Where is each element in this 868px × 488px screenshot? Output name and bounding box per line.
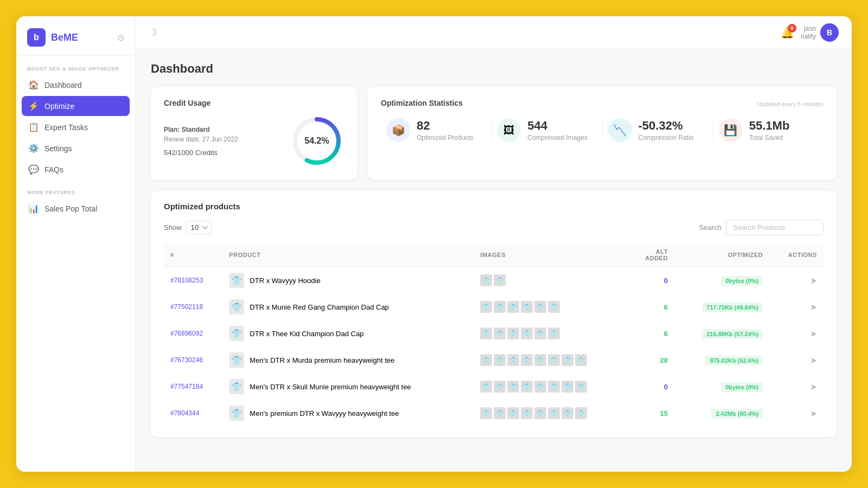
table-card-title: Optimized products	[164, 202, 824, 211]
user-avatar: B	[820, 23, 839, 42]
stat-text-saved: 55.1Mb Total Saved	[749, 119, 790, 142]
cell-images: 👕👕👕👕👕👕	[474, 294, 628, 320]
stat-label-products: Optimized Products	[417, 134, 474, 142]
image-thumb: 👕	[480, 328, 492, 339]
image-thumb: 👕	[575, 381, 587, 393]
image-thumb: 👕	[561, 407, 573, 419]
stats-card-title: Optimization Statistics	[381, 99, 463, 107]
table-header-row: # PRODUCT IMAGES ALTADDED OPTIMIZED ACTI…	[164, 243, 824, 267]
sidebar: b BeME ⊙ BOOST SEO & IMAGE OPTIMIZER 🏠 D…	[16, 16, 136, 472]
products-table: # PRODUCT IMAGES ALTADDED OPTIMIZED ACTI…	[164, 243, 824, 426]
cell-product: 👕 Men's DTR x Skull Munie premium heavyw…	[222, 374, 474, 400]
product-name: Men's DTR x Skull Munie premium heavywei…	[250, 383, 411, 391]
image-thumb: 👕	[480, 274, 492, 286]
cell-optimized: 2.42Mb (60.4%)	[674, 400, 769, 427]
stats-updated-label: Updated every 5 minutes	[757, 101, 824, 107]
image-thumb: 👕	[534, 381, 546, 393]
cell-actions[interactable]: ➤	[769, 294, 824, 320]
sidebar-item-label-optimize: Optimize	[44, 102, 74, 111]
images-list: 👕👕👕👕👕👕👕👕	[480, 354, 622, 366]
notifications-bell[interactable]: 🔔 0	[781, 26, 794, 39]
outer-frame: b BeME ⊙ BOOST SEO & IMAGE OPTIMIZER 🏠 D…	[0, 0, 868, 488]
search-input[interactable]	[726, 220, 824, 235]
cell-images: 👕👕	[474, 267, 628, 294]
sidebar-item-sales-pop[interactable]: 📊 Sales Pop Total	[22, 198, 130, 219]
table-controls: Show 10 25 50 Search	[164, 220, 824, 235]
image-thumb: 👕	[494, 301, 506, 313]
cell-alt-added: 6	[628, 320, 674, 347]
logo-icon: b	[27, 28, 46, 47]
cell-alt-added: 0	[628, 374, 674, 400]
stat-label-saved: Total Saved	[749, 134, 790, 142]
images-list: 👕👕	[480, 274, 622, 286]
user-menu[interactable]: json nality B	[801, 23, 839, 42]
product-name: DTR x Wavyyy Hoodie	[250, 277, 320, 285]
stats-grid: 📦 82 Optimized Products 🖼 544	[381, 118, 824, 142]
product-thumbnail: 👕	[229, 326, 244, 341]
stat-label-images: Compressed Images	[527, 134, 588, 142]
credit-amount: 542/1000 Credits	[164, 149, 279, 157]
cell-id[interactable]: #76730246	[164, 347, 222, 374]
credit-usage-card: Credit Usage Plan: Standard Renew date: …	[151, 87, 357, 180]
cell-id[interactable]: #77547184	[164, 374, 222, 400]
sidebar-item-label-dashboard: Dashboard	[44, 81, 82, 89]
cell-alt-added: 0	[628, 267, 674, 294]
stat-optimized-products: 📦 82 Optimized Products	[381, 118, 492, 142]
product-info: 👕 DTR x Munie Red Gang Champion Dad Cap	[229, 299, 467, 314]
expert-tasks-icon: 📋	[28, 122, 39, 132]
cell-alt-added: 6	[628, 294, 674, 320]
cell-actions[interactable]: ➤	[769, 320, 824, 347]
image-thumb: 👕	[494, 274, 506, 286]
product-thumbnail: 👕	[229, 299, 244, 314]
cell-product: 👕 Men's DTR x Murda premium heavyweight …	[222, 347, 474, 374]
credit-donut-chart: 54.2%	[290, 114, 344, 168]
optimized-badge: 0bytes (0%)	[721, 382, 763, 392]
settings-gear-icon[interactable]: ⊙	[117, 33, 124, 43]
stat-label-ratio: Compression Ratio	[639, 134, 694, 142]
col-id: #	[164, 243, 222, 267]
sidebar-item-settings[interactable]: ⚙️ Settings	[22, 138, 130, 158]
image-thumb: 👕	[521, 301, 533, 313]
cell-id[interactable]: #77502118	[164, 294, 222, 320]
image-thumb: 👕	[494, 407, 506, 419]
col-images: IMAGES	[474, 243, 628, 267]
cell-actions[interactable]: ➤	[769, 267, 824, 294]
stats-cards-row: Credit Usage Plan: Standard Renew date: …	[151, 87, 837, 180]
col-alt-added: ALTADDED	[628, 243, 674, 267]
sidebar-item-expert-tasks[interactable]: 📋 Expert Tasks	[22, 117, 130, 137]
cell-product: 👕 DTR x Wavyyy Hoodie	[222, 267, 474, 294]
cell-id[interactable]: #76896092	[164, 320, 222, 347]
user-label1: json	[801, 25, 816, 33]
sidebar-item-dashboard[interactable]: 🏠 Dashboard	[22, 75, 130, 95]
credit-card-body: Plan: Standard Renew date: 27 Jun 2022 5…	[164, 114, 344, 168]
cell-product: 👕 DTR x Munie Red Gang Champion Dad Cap	[222, 294, 474, 320]
sidebar-logo-area: b BeME ⊙	[16, 16, 135, 56]
cell-id[interactable]: #78108253	[164, 267, 222, 294]
product-thumbnail: 👕	[229, 406, 244, 421]
image-thumb: 👕	[507, 407, 519, 419]
product-info: 👕 Men's DTR x Skull Munie premium heavyw…	[229, 379, 467, 394]
cell-actions[interactable]: ➤	[769, 347, 824, 374]
show-select[interactable]: 10 25 50	[186, 221, 212, 234]
cell-actions[interactable]: ➤	[769, 374, 824, 400]
search-label: Search	[699, 223, 722, 232]
credit-renew: Renew date: 27 Jun 2022	[164, 136, 279, 143]
optimized-badge: 975.02Kb (52.6%)	[705, 356, 763, 365]
optimize-icon: ⚡	[28, 101, 39, 111]
cell-images: 👕👕👕👕👕👕👕👕	[474, 400, 628, 427]
theme-toggle-icon[interactable]: ☽	[149, 27, 157, 38]
more-features-label: MORE FEATURES	[16, 179, 135, 198]
sidebar-item-label-expert-tasks: Expert Tasks	[44, 123, 88, 132]
sidebar-item-label-settings: Settings	[44, 144, 72, 153]
product-thumbnail: 👕	[229, 379, 244, 394]
image-thumb: 👕	[507, 328, 519, 339]
cell-id[interactable]: #7804344	[164, 400, 222, 427]
cell-images: 👕👕👕👕👕👕👕👕	[474, 347, 628, 374]
sidebar-section-label: BOOST SEO & IMAGE OPTIMIZER	[16, 56, 135, 75]
product-thumbnail: 👕	[229, 352, 244, 368]
search-control: Search	[699, 220, 824, 235]
sidebar-item-optimize[interactable]: ⚡ Optimize	[22, 96, 130, 116]
cell-actions[interactable]: ➤	[769, 400, 824, 427]
image-thumb: 👕	[480, 407, 492, 419]
sidebar-item-faqs[interactable]: 💬 FAQs	[22, 159, 130, 179]
